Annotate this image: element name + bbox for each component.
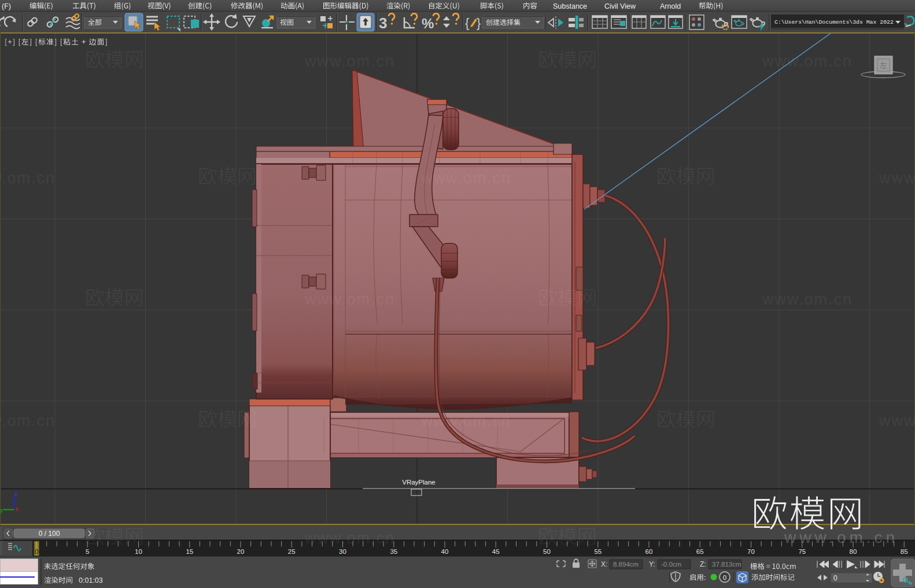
svg-text:0:01:03: 0:01:03: [79, 576, 103, 585]
svg-text:www.om.cn: www.om.cn: [879, 169, 915, 187]
svg-text:www.om.cn: www.om.cn: [762, 53, 853, 70]
svg-text:Civil View: Civil View: [604, 2, 636, 10]
svg-text:www.om.cn: www.om.cn: [784, 528, 898, 546]
svg-text:www.om.cn: www.om.cn: [304, 53, 395, 70]
svg-text:C:\Users\Han\Documents\3ds Max: C:\Users\Han\Documents\3ds Max 2022: [774, 19, 894, 25]
svg-text:www.om.cn: www.om.cn: [0, 412, 56, 430]
svg-text:Arnold: Arnold: [660, 2, 681, 10]
svg-text:www.om.cn: www.om.cn: [304, 530, 395, 547]
svg-text:www.om.cn: www.om.cn: [0, 169, 56, 187]
svg-text:www.om.cn: www.om.cn: [304, 291, 395, 308]
svg-text:(F): (F): [2, 2, 11, 10]
svg-text:www.om.cn: www.om.cn: [420, 412, 511, 430]
svg-text:www.om.cn: www.om.cn: [762, 291, 853, 308]
svg-text:www.om.cn: www.om.cn: [879, 412, 915, 430]
svg-text:www.om.cn: www.om.cn: [420, 169, 511, 187]
svg-text:Substance: Substance: [553, 2, 587, 10]
